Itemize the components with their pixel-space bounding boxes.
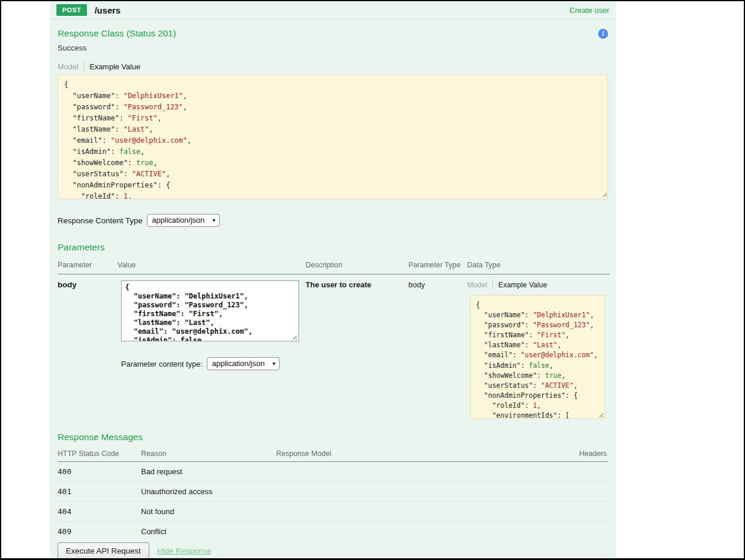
code-line: "showWelcome": true, [476,371,599,381]
status-reason: Conflict [141,522,276,541]
code-line: "environmentIds": [ [476,411,599,419]
col-response-model: Response Model [276,447,517,462]
status-headers [517,462,608,482]
tab-example-value[interactable]: Example Value [493,281,547,289]
param-data-type-cell: Model Example Value { "userName": "Delph… [467,274,610,419]
code-line: "isAdmin": false, [476,361,599,371]
col-description: Description [306,259,408,274]
response-messages-table: HTTP Status Code Reason Response Model H… [58,447,608,541]
status-code: 401 [58,482,141,502]
col-value: Value [118,259,306,274]
data-type-tabs: Model Example Value [467,280,605,290]
col-data-type: Data Type [467,259,610,274]
operation-content: Response Class (Status 201) i Success Mo… [50,28,616,560]
http-method-badge: POST [56,4,87,16]
endpoint-path: /users [95,5,120,15]
col-parameter-type: Parameter Type [408,259,467,274]
code-line: "userName": "DelphixUser1", [64,90,602,102]
status-model [276,482,517,502]
code-line: "nonAdminProperties": { [64,180,602,191]
status-reason: Bad request [141,462,276,482]
status-model [276,502,517,522]
status-model [276,462,517,482]
code-line: "password": "Password_123", [476,320,599,330]
response-class-tabs: Model Example Value [58,62,608,71]
code-line: "firstName": "First", [476,330,599,340]
tab-model[interactable]: Model [58,62,83,71]
parameters-table: Parameter Value Description Parameter Ty… [58,259,608,419]
response-class-subtitle: Success [58,43,608,52]
tab-model[interactable]: Model [467,281,492,289]
response-messages-heading: Response Messages [58,432,608,442]
param-description: The user to create [306,274,408,419]
status-headers [517,482,608,502]
code-line: "userStatus": "ACTIVE", [64,169,602,180]
code-line: "password": "Password_123", [64,102,602,113]
code-line: "email": "user@delphix.com", [476,350,599,360]
code-line: "userStatus": "ACTIVE", [476,381,599,391]
code-line: "userName": "DelphixUser1", [476,310,599,320]
operation-header[interactable]: POST /users Create user [50,1,616,19]
param-value-cell: { "userName": "DelphixUser1", "password"… [118,274,306,419]
col-headers: Headers [517,447,608,462]
code-line: "lastName": "Last", [64,124,602,135]
hide-response-link[interactable]: Hide Response [157,546,212,555]
create-user-link[interactable]: Create user [569,6,609,15]
parameter-content-type-select[interactable]: application/json [207,357,280,370]
execute-api-request-button[interactable]: Execute API Request [58,542,149,559]
tab-example-value[interactable]: Example Value [84,62,140,71]
response-example-snippet: { "userName": "DelphixUser1", "password"… [58,75,608,199]
status-reason: Unauthorized access [141,482,276,502]
code-line: "roleId": 1, [476,401,599,411]
status-code: 409 [58,522,141,541]
status-headers [517,502,608,522]
code-line: { [476,300,599,310]
response-class-heading: Response Class (Status 201) [58,28,176,39]
code-line: "showWelcome": true, [64,157,602,169]
code-line: "nonAdminProperties": { [476,391,599,401]
parameters-heading: Parameters [58,242,608,253]
param-name-body: body [58,274,118,419]
status-code: 404 [58,502,141,522]
api-operation-block: POST /users Create user Response Class (… [50,1,616,558]
body-parameter-textarea[interactable]: { "userName": "DelphixUser1", "password"… [121,280,299,341]
status-model [276,522,517,541]
status-headers [517,522,608,541]
col-http-status-code: HTTP Status Code [58,447,141,462]
info-icon[interactable]: i [598,29,608,39]
param-example-snippet: { "userName": "DelphixUser1", "password"… [470,295,605,419]
param-type: body [408,274,467,419]
status-reason: Not found [141,502,276,522]
code-line: "email": "user@delphix.com", [64,135,602,146]
response-content-type-label: Response Content Type [58,216,143,225]
col-parameter: Parameter [58,259,118,274]
code-line: "firstName": "First", [64,113,602,124]
code-line: "lastName": "Last", [476,340,599,350]
code-line: "isAdmin": false, [64,146,602,157]
code-line: "roleId": 1, [64,191,602,199]
parameter-content-type-label: Parameter content type: [121,360,203,368]
status-code: 400 [58,462,141,482]
code-line: { [64,79,602,90]
response-content-type-select[interactable]: application/json [147,214,220,227]
col-reason: Reason [141,447,276,462]
